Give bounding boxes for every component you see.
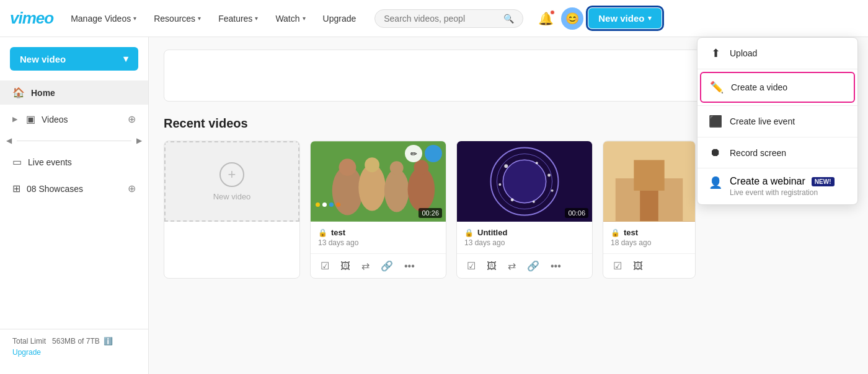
create-webinar-label: Create a webinar bbox=[730, 176, 805, 187]
checkbox-action-3[interactable]: ☑ bbox=[611, 259, 624, 273]
search-icon: 🔍 bbox=[503, 14, 514, 24]
more-action-1[interactable]: ••• bbox=[402, 259, 417, 273]
sidebar-footer: Total Limit 563MB of 7TB ℹ️ Upgrade bbox=[0, 329, 148, 364]
videos-expand-icon: ▶ bbox=[12, 115, 17, 123]
create-live-label: Create live event bbox=[730, 116, 795, 126]
checkbox-action-1[interactable]: ☑ bbox=[318, 259, 332, 273]
link-action-1[interactable]: 🔗 bbox=[378, 259, 396, 273]
resources-nav[interactable]: Resources ▾ bbox=[148, 10, 207, 27]
create-live-item[interactable]: ⬛ Create live event bbox=[698, 106, 857, 137]
svg-point-4 bbox=[408, 167, 435, 211]
watch-chevron-icon: ▾ bbox=[303, 15, 306, 22]
webinar-text: Create a webinar NEW! Live event with re… bbox=[730, 176, 835, 197]
dot-yellow-1 bbox=[316, 202, 320, 207]
checkbox-action-2[interactable]: ☑ bbox=[464, 259, 478, 273]
sidebar-left-arrow-icon[interactable]: ◀ bbox=[6, 136, 12, 145]
record-screen-item[interactable]: ⏺ Record screen bbox=[698, 137, 857, 168]
sidebar: New video ▾ 🏠 Home ▶ ▣ Videos ⊕ ◀ ▶ ▭ Li… bbox=[0, 37, 149, 374]
notifications-button[interactable]: 🔔 bbox=[536, 9, 556, 28]
lock-icon-1: 🔒 bbox=[318, 228, 327, 237]
svg-point-17 bbox=[551, 189, 554, 192]
sidebar-item-showcases[interactable]: ⊞ 08 Showcases ⊕ bbox=[0, 176, 148, 201]
video-date-1: 13 days ago bbox=[318, 238, 438, 247]
video-thumb-2: 00:06 bbox=[457, 141, 592, 222]
video-meta-3: 🔒 test bbox=[611, 228, 688, 237]
watch-nav[interactable]: Watch ▾ bbox=[269, 10, 311, 27]
sidebar-videos-label: Videos bbox=[42, 115, 68, 124]
live-events-icon: ▭ bbox=[12, 156, 22, 168]
video-actions-1: ☑ 🖼 ⇄ 🔗 ••• bbox=[311, 253, 446, 278]
duration-badge-2: 00:06 bbox=[565, 208, 588, 218]
add-showcases-icon[interactable]: ⊕ bbox=[128, 183, 136, 194]
resources-label: Resources bbox=[154, 14, 195, 24]
thumb-dots-1 bbox=[316, 202, 340, 207]
more-action-2[interactable]: ••• bbox=[548, 259, 564, 273]
upload-item[interactable]: ⬆ Upload bbox=[698, 38, 857, 69]
video-card-1: ✏ 00:26 🔒 bbox=[310, 141, 446, 279]
features-nav[interactable]: Features ▾ bbox=[212, 10, 264, 27]
new-video-button[interactable]: New video ▾ bbox=[588, 8, 662, 28]
image-action-3[interactable]: 🖼 bbox=[631, 259, 645, 273]
sidebar-item-home[interactable]: 🏠 Home bbox=[0, 80, 148, 105]
create-webinar-item[interactable]: 👤 Create a webinar NEW! Live event with … bbox=[698, 168, 857, 204]
features-label: Features bbox=[218, 14, 252, 24]
video-title-2: Untitled bbox=[477, 228, 507, 237]
upgrade-nav[interactable]: Upgrade bbox=[317, 10, 363, 27]
home-icon: 🏠 bbox=[12, 87, 25, 98]
watch-label: Watch bbox=[275, 14, 299, 24]
search-input[interactable] bbox=[384, 14, 498, 24]
thumb-overlay-1: ✏ bbox=[405, 145, 442, 162]
svg-point-14 bbox=[536, 162, 538, 164]
new-video-button-label: New video bbox=[598, 13, 644, 24]
dropdown-divider-1 bbox=[698, 69, 857, 69]
sidebar-new-video-button[interactable]: New video ▾ bbox=[10, 47, 138, 71]
new-video-card[interactable]: + New video bbox=[164, 141, 300, 279]
notification-dot bbox=[550, 10, 555, 15]
showcases-icon: ⊞ bbox=[12, 183, 20, 194]
svg-point-15 bbox=[547, 174, 551, 177]
add-videos-icon[interactable]: ⊕ bbox=[128, 113, 136, 125]
search-bar: 🔍 bbox=[374, 9, 523, 28]
image-action-1[interactable]: 🖼 bbox=[338, 259, 353, 273]
image-action-2[interactable]: 🖼 bbox=[484, 259, 499, 273]
svg-point-1 bbox=[332, 166, 363, 215]
sidebar-live-events-label: Live events bbox=[28, 157, 72, 167]
video-info-2: 🔒 Untitled 13 days ago bbox=[457, 222, 592, 253]
svg-point-19 bbox=[533, 201, 535, 203]
video-info-1: 🔒 test 13 days ago bbox=[311, 222, 446, 253]
thumb-image-3 bbox=[603, 141, 695, 222]
share-action-1[interactable]: ⇄ bbox=[359, 259, 372, 273]
record-screen-icon: ⏺ bbox=[709, 146, 722, 159]
video-title-3: test bbox=[624, 228, 638, 237]
new-video-thumb[interactable]: + New video bbox=[164, 141, 299, 222]
video-thumb-3 bbox=[603, 141, 695, 222]
new-badge: NEW! bbox=[812, 177, 835, 186]
sidebar-item-live-events[interactable]: ▭ Live events bbox=[0, 150, 148, 174]
share-action-2[interactable]: ⇄ bbox=[505, 259, 518, 273]
topnav: vimeo Manage Videos ▾ Resources ▾ Featur… bbox=[0, 0, 868, 37]
new-video-chevron-icon: ▾ bbox=[648, 14, 652, 22]
upload-icon: ⬆ bbox=[709, 46, 722, 60]
video-date-3: 18 days ago bbox=[611, 238, 688, 247]
upgrade-link[interactable]: Upgrade bbox=[12, 348, 136, 357]
video-date-2: 13 days ago bbox=[464, 238, 585, 247]
create-video-item[interactable]: ✏️ Create a video bbox=[700, 72, 855, 103]
create-video-icon: ✏️ bbox=[710, 80, 724, 94]
duration-badge-1: 00:26 bbox=[418, 208, 442, 218]
new-video-card-label: New video bbox=[213, 192, 251, 201]
video-actions-3: ☑ 🖼 bbox=[603, 253, 695, 278]
svg-point-3 bbox=[384, 169, 409, 212]
svg-point-2 bbox=[358, 164, 386, 211]
manage-videos-nav[interactable]: Manage Videos ▾ bbox=[64, 10, 143, 27]
avatar[interactable]: 😊 bbox=[561, 7, 583, 30]
svg-point-12 bbox=[503, 160, 546, 202]
upload-label: Upload bbox=[730, 48, 757, 58]
link-action-2[interactable]: 🔗 bbox=[525, 259, 542, 273]
sidebar-item-videos[interactable]: ▶ ▣ Videos ⊕ bbox=[0, 107, 148, 131]
video-meta-1: 🔒 test bbox=[318, 228, 438, 237]
sidebar-right-arrow-icon[interactable]: ▶ bbox=[136, 136, 142, 145]
edit-thumb-button-1[interactable]: ✏ bbox=[405, 145, 422, 162]
sidebar-showcases-label: 08 Showcases bbox=[27, 184, 83, 194]
manage-videos-chevron-icon: ▾ bbox=[133, 15, 136, 22]
vimeo-logo[interactable]: vimeo bbox=[10, 9, 53, 28]
